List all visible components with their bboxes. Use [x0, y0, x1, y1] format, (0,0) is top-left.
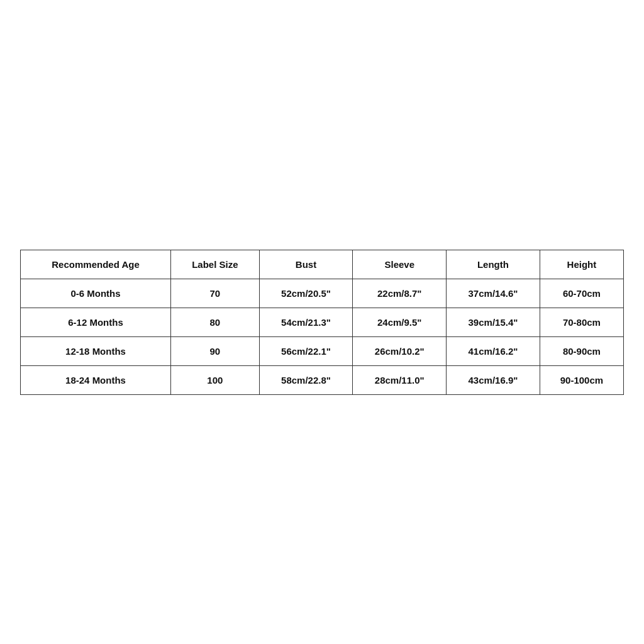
- cell-sleeve: 24cm/9.5": [353, 308, 447, 336]
- header-label-size: Label Size: [171, 250, 260, 279]
- cell-length: 39cm/15.4": [447, 308, 540, 336]
- header-recommended-age: Recommended Age: [21, 250, 171, 279]
- cell-age: 18-24 Months: [21, 365, 171, 394]
- cell-height: 90-100cm: [540, 365, 623, 394]
- cell-height: 80-90cm: [540, 336, 623, 365]
- cell-age: 0-6 Months: [21, 279, 171, 308]
- cell-bust: 56cm/22.1": [259, 336, 353, 365]
- cell-length: 37cm/14.6": [447, 279, 540, 308]
- size-chart-table: Recommended Age Label Size Bust Sleeve L…: [20, 250, 624, 395]
- table-row: 18-24 Months10058cm/22.8"28cm/11.0"43cm/…: [21, 365, 624, 394]
- cell-bust: 54cm/21.3": [259, 308, 353, 336]
- cell-sleeve: 26cm/10.2": [353, 336, 447, 365]
- cell-age: 6-12 Months: [21, 308, 171, 336]
- table-row: 0-6 Months7052cm/20.5"22cm/8.7"37cm/14.6…: [21, 279, 624, 308]
- table-row: 6-12 Months8054cm/21.3"24cm/9.5"39cm/15.…: [21, 308, 624, 336]
- cell-sleeve: 22cm/8.7": [353, 279, 447, 308]
- cell-label_size: 100: [171, 365, 260, 394]
- header-bust: Bust: [259, 250, 353, 279]
- size-chart-container: Recommended Age Label Size Bust Sleeve L…: [20, 250, 624, 395]
- header-height: Height: [540, 250, 623, 279]
- header-sleeve: Sleeve: [353, 250, 447, 279]
- cell-label_size: 90: [171, 336, 260, 365]
- cell-length: 41cm/16.2": [447, 336, 540, 365]
- cell-label_size: 80: [171, 308, 260, 336]
- cell-height: 60-70cm: [540, 279, 623, 308]
- cell-label_size: 70: [171, 279, 260, 308]
- cell-age: 12-18 Months: [21, 336, 171, 365]
- cell-bust: 58cm/22.8": [259, 365, 353, 394]
- cell-sleeve: 28cm/11.0": [353, 365, 447, 394]
- table-row: 12-18 Months9056cm/22.1"26cm/10.2"41cm/1…: [21, 336, 624, 365]
- cell-length: 43cm/16.9": [447, 365, 540, 394]
- cell-height: 70-80cm: [540, 308, 623, 336]
- cell-bust: 52cm/20.5": [259, 279, 353, 308]
- table-header-row: Recommended Age Label Size Bust Sleeve L…: [21, 250, 624, 279]
- header-length: Length: [447, 250, 540, 279]
